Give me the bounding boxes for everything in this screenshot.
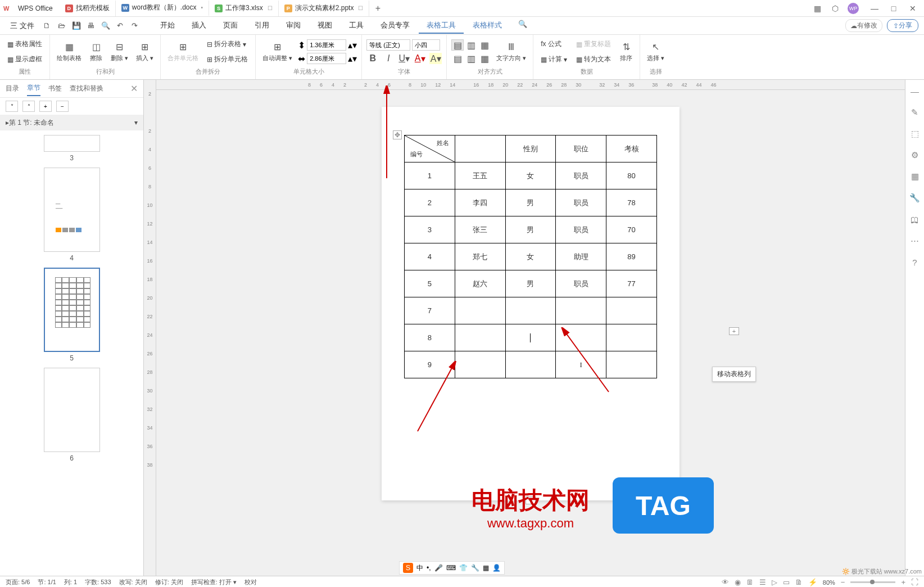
menu-view[interactable]: 视图 [310, 18, 340, 34]
panel-tab-find[interactable]: 查找和替换 [70, 82, 103, 96]
italic-button[interactable]: I [382, 53, 395, 64]
underline-button[interactable]: U▾ [398, 53, 410, 64]
panel-tab-chapter[interactable]: 章节 [27, 81, 40, 96]
table-cell[interactable]: 男 [505, 270, 556, 297]
add-col-button[interactable]: + [729, 327, 739, 335]
status-track[interactable]: 改写: 关闭 [119, 578, 147, 586]
close-icon[interactable]: ✕ [907, 3, 918, 14]
header-cell[interactable]: 考核 [606, 136, 657, 162]
eye-icon[interactable]: 👁 [722, 578, 729, 586]
table-cell[interactable] [606, 351, 657, 378]
add-section-button[interactable]: + [39, 101, 52, 112]
table-cell[interactable] [606, 324, 657, 351]
table-props-button[interactable]: ▦ 表格属性 [4, 38, 45, 51]
align-top-center[interactable]: ▥ [465, 39, 477, 51]
table-cell[interactable] [606, 297, 657, 324]
undo-icon[interactable]: ↶ [114, 20, 126, 32]
ime-skin-icon[interactable]: 👕 [459, 564, 468, 572]
table-cell[interactable]: 1 [405, 162, 455, 189]
document-table[interactable]: 姓名 编号 性别 职位 考核 1王五女职员802李四男职员783张三男职员704… [404, 135, 657, 378]
outline-icon[interactable]: ☰ [759, 578, 766, 586]
table-row[interactable]: 7 [405, 297, 657, 324]
file-menu[interactable]: 三 文件 [6, 21, 39, 31]
more-icon[interactable]: ⋯ [909, 235, 921, 246]
table-cell[interactable]: 张三 [455, 216, 505, 243]
menu-table-style[interactable]: 表格样式 [465, 18, 510, 34]
menu-review[interactable]: 审阅 [278, 18, 309, 34]
focus-icon[interactable]: ◉ [735, 578, 741, 586]
panel-close-icon[interactable]: ✕ [130, 83, 138, 94]
table-cell[interactable]: 78 [606, 189, 657, 216]
help-icon[interactable]: ? [909, 256, 921, 268]
table-cell[interactable]: 男 [505, 189, 556, 216]
maximize-icon[interactable]: □ [888, 3, 899, 14]
table-cell[interactable]: 8 [405, 324, 455, 351]
table-row[interactable]: 姓名 编号 性别 职位 考核 [405, 136, 657, 162]
close-icon[interactable]: ☐ [358, 5, 363, 11]
text-direction-button[interactable]: Ⅲ文字方向 ▾ [494, 39, 528, 65]
auto-adjust-button[interactable]: ⊞自动调整 ▾ [260, 39, 295, 65]
fit-icon[interactable]: ⛶ [911, 578, 918, 586]
formula-button[interactable]: fx 公式 [538, 38, 570, 51]
table-cell[interactable] [455, 351, 505, 378]
zoom-in-icon[interactable]: + [901, 578, 905, 586]
page-thumb-4[interactable]: ━━━━━ [44, 168, 100, 252]
tab-template[interactable]: D找稻壳模板 [60, 1, 116, 16]
draft-icon[interactable]: 🗎 [795, 578, 803, 586]
status-words[interactable]: 字数: 533 [85, 578, 111, 586]
page-view-icon[interactable]: 🗏 [746, 578, 754, 586]
table-cell[interactable]: 女 [505, 243, 556, 270]
section-header[interactable]: ▸ 第 1 节: 未命名▾ [0, 115, 143, 130]
header-cell[interactable]: 职位 [556, 136, 606, 162]
ime-toolbar[interactable]: S 中 •, 🎤 ⌨ 👕 🔧 ▦ 👤 [399, 561, 505, 575]
preview-icon[interactable]: 🔍 [99, 20, 112, 32]
select-button[interactable]: ↖选择 ▾ [645, 39, 667, 65]
tab-ppt[interactable]: P演示文稿素材2.pptx☐ [279, 1, 370, 16]
table-cell[interactable]: 77 [606, 270, 657, 297]
table-cell[interactable] [505, 324, 556, 351]
split-cell-button[interactable]: ⊞ 拆分单元格 [204, 53, 251, 66]
panel-tab-toc[interactable]: 目录 [6, 82, 19, 96]
align-top-right[interactable]: ▦ [478, 39, 491, 51]
align-mid-right[interactable]: ▦ [478, 53, 491, 64]
col-width-input[interactable] [307, 53, 346, 64]
page-thumb-5[interactable] [44, 268, 100, 352]
table-cell[interactable] [505, 351, 556, 378]
font-name-select[interactable] [366, 39, 410, 51]
open-icon[interactable]: 🗁 [56, 20, 68, 32]
table-cell[interactable] [556, 297, 606, 324]
zoom-thumb[interactable] [870, 580, 875, 584]
settings-icon[interactable]: ⚙ [909, 150, 921, 161]
align-mid-center[interactable]: ▥ [465, 53, 477, 64]
collapse-button[interactable]: ˅ [6, 101, 18, 112]
split-table-button[interactable]: ⊟ 拆分表格 ▾ [204, 38, 251, 51]
menu-tools[interactable]: 工具 [341, 18, 372, 34]
menu-member[interactable]: 会员专享 [373, 18, 418, 34]
remove-section-button[interactable]: − [56, 101, 69, 112]
highlight-button[interactable]: A▾ [429, 53, 442, 64]
save-icon[interactable]: 💾 [70, 20, 83, 32]
table-cell[interactable]: 7 [405, 297, 455, 324]
table-row[interactable]: 1王五女职员80 [405, 162, 657, 189]
search-icon[interactable]: 🔍 [517, 18, 529, 30]
minus-icon[interactable]: — [909, 85, 921, 97]
table-cell[interactable]: I [556, 351, 606, 378]
select-icon[interactable]: ⬚ [909, 128, 921, 139]
table-row[interactable]: 9I [405, 351, 657, 378]
stepper-icon[interactable]: ▴▾ [348, 53, 357, 64]
menu-reference[interactable]: 引用 [247, 18, 277, 34]
panel-tab-bookmark[interactable]: 书签 [48, 82, 62, 96]
table-cell[interactable]: 70 [606, 216, 657, 243]
table-cell[interactable]: 5 [405, 270, 455, 297]
ime-mic-icon[interactable]: 🎤 [434, 564, 443, 572]
table-cell[interactable]: 80 [606, 162, 657, 189]
table-cell[interactable]: 郑七 [455, 243, 505, 270]
table-row[interactable]: 2李四男职员78 [405, 189, 657, 216]
status-proof[interactable]: 校对 [244, 578, 257, 586]
table-move-handle[interactable]: ✥ [393, 130, 402, 139]
table-cell[interactable]: 赵六 [455, 270, 505, 297]
table-cell[interactable]: 女 [505, 162, 556, 189]
minimize-icon[interactable]: — [869, 3, 880, 14]
align-mid-left[interactable]: ▤ [451, 53, 464, 64]
convert-text-button[interactable]: ▦ 转为文本 [573, 53, 614, 66]
